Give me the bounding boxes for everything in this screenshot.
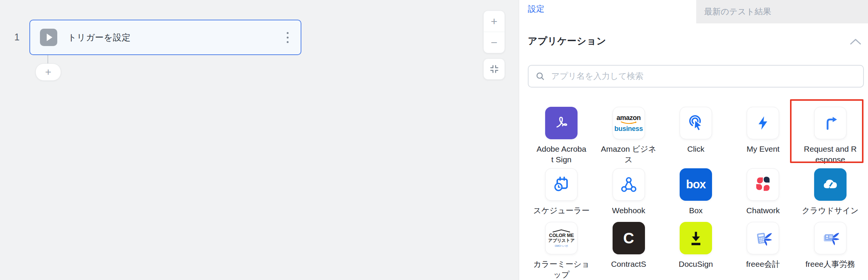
colorme-logo-line2: アプリストア [548, 238, 575, 243]
settings-panel: 設定 最新のテスト結果 アプリケーション Adobe Acroba t Sign [519, 0, 868, 280]
zoom-out-button[interactable]: − [484, 32, 504, 53]
app-label: カラーミーショ ップ [533, 259, 589, 280]
app-label: Box [689, 205, 703, 216]
app-label: ContractS [611, 259, 646, 269]
app-tile-cloudsign[interactable]: クラウドサイン [797, 168, 864, 216]
chatwork-icon [747, 168, 779, 201]
fit-view-icon [489, 64, 500, 74]
fit-view-button[interactable] [483, 58, 505, 80]
contracts-icon: C [613, 222, 645, 254]
app-grid-row-1: Adobe Acroba t Sign amazon business Amaz… [528, 107, 864, 165]
colorme-logo-line3: GMOペパボ [555, 245, 568, 247]
add-step-button[interactable]: + [35, 63, 61, 81]
amazon-business-icon: amazon business [613, 107, 645, 139]
app-label: Adobe Acroba t Sign [536, 144, 586, 165]
plus-icon: + [45, 66, 51, 78]
app-label: Request and R esponse [804, 144, 857, 165]
section-title-applications: アプリケーション [528, 35, 606, 47]
app-tile-amazon-business[interactable]: amazon business Amazon ビジネ ス [595, 107, 662, 165]
my-event-icon [747, 107, 779, 139]
docusign-icon [680, 222, 712, 254]
tab-latest-test-results[interactable]: 最新のテスト結果 [696, 0, 868, 23]
app-label: freee会計 [746, 259, 780, 269]
app-tile-box[interactable]: box Box [662, 168, 729, 216]
amazon-smile-icon [620, 121, 638, 125]
search-icon [535, 71, 545, 81]
app-tile-chatwork[interactable]: Chatwork [729, 168, 796, 216]
app-label: Webhook [612, 205, 645, 216]
colorme-shop-icon: COLOR ME アプリストア GMOペパボ [545, 222, 578, 254]
amazon-logo-word: amazon [617, 114, 641, 121]
workflow-canvas[interactable]: 1 トリガーを設定 + + − [0, 0, 519, 280]
app-tile-docusign[interactable]: DocuSign [662, 222, 729, 280]
zoom-controls: + − [483, 11, 505, 53]
adobe-acrobat-sign-icon [545, 107, 578, 139]
zoom-in-button[interactable]: + [484, 11, 504, 32]
node-menu-icon[interactable] [284, 30, 291, 45]
app-tile-request-and-response[interactable]: Request and R esponse [797, 107, 864, 165]
app-tile-adobe-acrobat-sign[interactable]: Adobe Acroba t Sign [528, 107, 595, 165]
contracts-logo-letter: C [623, 230, 634, 247]
play-icon[interactable] [40, 29, 57, 46]
trigger-node[interactable]: トリガーを設定 [29, 20, 301, 55]
app-tile-my-event[interactable]: My Event [729, 107, 796, 165]
app-label: DocuSign [679, 259, 713, 269]
colorme-logo-line1: COLOR ME [549, 233, 574, 238]
app-label: スケジューラー [533, 205, 589, 216]
amazon-business-word: business [614, 125, 643, 132]
node-index: 1 [14, 32, 20, 43]
app-label: Chatwork [746, 205, 780, 216]
freee-hr-icon [814, 222, 847, 254]
app-label: freee人事労務 [805, 259, 855, 269]
app-grid-row-2: スケジューラー Webhook box [528, 168, 864, 216]
tab-latest-test-results-label: 最新のテスト結果 [704, 6, 771, 17]
app-tile-freee-hr[interactable]: freee人事労務 [797, 222, 864, 280]
webhook-icon [613, 168, 645, 201]
app-label: Click [687, 144, 704, 154]
app-search-input[interactable] [550, 71, 856, 82]
request-and-response-icon [814, 107, 847, 139]
app-label: My Event [747, 144, 780, 154]
scheduler-icon [545, 168, 578, 201]
box-icon: box [680, 168, 712, 201]
chevron-up-icon [850, 38, 861, 45]
trigger-node-label: トリガーを設定 [68, 32, 131, 43]
app-tile-freee-accounting[interactable]: freee会計 [729, 222, 796, 280]
box-logo-word: box [686, 178, 706, 191]
app-label: クラウドサイン [802, 205, 859, 216]
click-icon [680, 107, 712, 139]
freee-accounting-icon [747, 222, 779, 254]
app-label: Amazon ビジネ ス [601, 144, 656, 165]
app-tile-colorme-shop[interactable]: COLOR ME アプリストア GMOペパボ カラーミーショ ップ [528, 222, 595, 280]
node-connector-line [47, 55, 48, 64]
tab-settings[interactable]: 設定 [528, 3, 544, 15]
app-grid-row-3: COLOR ME アプリストア GMOペパボ カラーミーショ ップ C Cont… [528, 222, 864, 280]
cloudsign-icon [814, 168, 847, 201]
collapse-section-button[interactable] [850, 38, 861, 46]
app-tile-contracts[interactable]: C ContractS [595, 222, 662, 280]
colorme-roof-icon [551, 229, 572, 233]
app-search-box[interactable] [528, 65, 864, 88]
app-tile-scheduler[interactable]: スケジューラー [528, 168, 595, 216]
app-tile-webhook[interactable]: Webhook [595, 168, 662, 216]
app-tile-click[interactable]: Click [662, 107, 729, 165]
